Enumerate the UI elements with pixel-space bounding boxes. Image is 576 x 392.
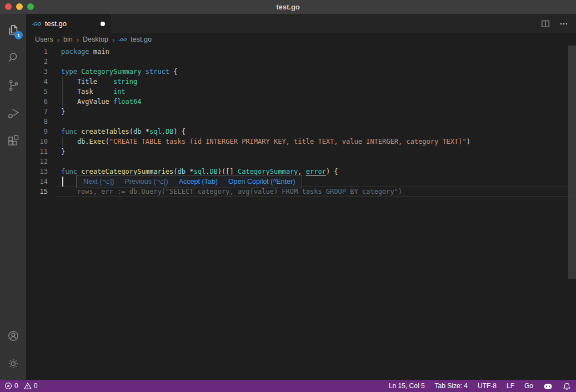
- zoom-window-button[interactable]: [27, 3, 34, 10]
- breadcrumb-item-users[interactable]: Users: [35, 36, 53, 43]
- code-line[interactable]: 14Next (⌥])Previous (⌥[)Accept (Tab)Open…: [26, 177, 576, 187]
- more-actions-button[interactable]: [559, 19, 568, 28]
- breadcrumb-item-bin[interactable]: bin: [63, 36, 73, 43]
- modified-dot-icon[interactable]: [101, 22, 105, 26]
- warning-count: 0: [34, 382, 38, 390]
- settings-button[interactable]: [0, 350, 26, 378]
- suggestion-action-previous[interactable]: Previous (⌥[): [124, 177, 168, 187]
- sidebar-item-explorer[interactable]: 1: [0, 16, 26, 44]
- language-mode[interactable]: Go: [519, 380, 538, 392]
- indent-guide: [62, 137, 63, 147]
- ghost-text-suggestion: rows, err := db.Query("SELECT category, …: [61, 188, 402, 195]
- code-line[interactable]: 3type CategorySummary struct {: [26, 67, 576, 77]
- code-line[interactable]: 10 db.Exec("CREATE TABLE tasks (id INTER…: [26, 137, 576, 147]
- explorer-badge: 1: [14, 31, 23, 39]
- code-text: db.Exec("CREATE TABLE tasks (id INTERGER…: [61, 138, 470, 145]
- tab-label: test.go: [45, 19, 67, 28]
- line-number: 1: [26, 47, 61, 57]
- status-bar: 0 0 Ln 15, Col 5 Tab Size: 4 UTF-8 LF Go: [0, 380, 576, 392]
- run-debug-icon: [6, 106, 21, 120]
- tab-bar: -GO test.go: [26, 14, 576, 33]
- code-text: type CategorySummary struct {: [61, 68, 178, 76]
- code-line[interactable]: 4 Title string: [26, 77, 576, 87]
- line-number: 7: [26, 107, 61, 117]
- code-text: func createTables(db *sql.DB) {: [61, 128, 186, 135]
- code-line[interactable]: 9func createTables(db *sql.DB) {: [26, 127, 576, 137]
- code-text: Task int: [61, 88, 126, 96]
- traffic-lights: [5, 3, 34, 10]
- encoding-indicator[interactable]: UTF-8: [473, 380, 502, 392]
- tab-size-indicator[interactable]: Tab Size: 4: [430, 380, 473, 392]
- line-number: 2: [26, 57, 61, 67]
- search-icon: [6, 51, 21, 65]
- code-line[interactable]: 6 AvgValue float64: [26, 97, 576, 107]
- code-line[interactable]: 5 Task int: [26, 87, 576, 97]
- chevron-right-icon: ›: [77, 36, 79, 44]
- close-window-button[interactable]: [5, 3, 12, 10]
- code-line[interactable]: 2: [26, 57, 576, 67]
- line-number: 4: [26, 77, 61, 87]
- vscode-window: test.go 1: [0, 0, 576, 392]
- gear-icon: [6, 356, 21, 371]
- code-text: rows, err := db.Query("SELECT category, …: [61, 188, 402, 195]
- split-editor-button[interactable]: [540, 19, 550, 29]
- suggestion-action-accept[interactable]: Accept (Tab): [179, 177, 218, 187]
- minimize-window-button[interactable]: [16, 3, 23, 10]
- bell-icon: [563, 382, 571, 390]
- inline-suggestion-toolbar: Next (⌥])Previous (⌥[)Accept (Tab)Open C…: [76, 175, 302, 188]
- indent-guide: [62, 77, 63, 87]
- code-text: }: [61, 108, 65, 115]
- code-lines: 1package main23type CategorySummary stru…: [26, 47, 576, 197]
- accounts-button[interactable]: [0, 322, 26, 350]
- go-file-icon: -GO: [32, 21, 41, 27]
- sidebar-item-source-control[interactable]: [0, 72, 26, 99]
- line-number: 12: [26, 157, 61, 167]
- sidebar-item-search[interactable]: [0, 44, 26, 72]
- line-number: 5: [26, 87, 61, 97]
- extensions-icon: [6, 134, 21, 148]
- code-text: func createCategorySummaries(db *sql.DB)…: [61, 168, 338, 175]
- window-title: test.go: [276, 3, 300, 11]
- eol-indicator[interactable]: LF: [502, 380, 519, 392]
- cursor-position[interactable]: Ln 15, Col 5: [384, 380, 430, 392]
- sidebar-item-extensions[interactable]: [0, 127, 26, 155]
- indent-guide: [62, 87, 63, 97]
- titlebar: test.go: [0, 0, 576, 14]
- line-number: 8: [26, 117, 61, 127]
- text-cursor: [62, 177, 63, 187]
- activity-bar: 1: [0, 14, 26, 380]
- breadcrumb-item-desktop[interactable]: Desktop: [83, 36, 108, 43]
- line-number: 6: [26, 97, 61, 107]
- code-text: AvgValue float64: [61, 98, 142, 105]
- source-control-icon: [6, 78, 21, 93]
- line-number: 3: [26, 67, 61, 77]
- vertical-scrollbar[interactable]: [568, 46, 576, 279]
- code-line[interactable]: 8: [26, 117, 576, 127]
- code-line[interactable]: 1package main: [26, 47, 576, 57]
- notifications-button[interactable]: [558, 380, 576, 392]
- line-number: 14: [26, 177, 61, 187]
- tab-testgo[interactable]: -GO test.go: [26, 14, 111, 33]
- editor[interactable]: 1package main23type CategorySummary stru…: [26, 46, 576, 380]
- suggestion-action-open-copilot[interactable]: Open Copilot (^Enter): [228, 177, 295, 187]
- code-line[interactable]: 12: [26, 157, 576, 167]
- code-line[interactable]: 7}: [26, 107, 576, 117]
- line-number: 10: [26, 137, 61, 147]
- breadcrumb-item-file[interactable]: test.go: [131, 36, 152, 43]
- error-icon: [4, 382, 12, 390]
- problems-button[interactable]: 0 0: [0, 380, 42, 392]
- line-number: 15: [26, 187, 61, 197]
- chevron-right-icon: ›: [57, 36, 59, 44]
- code-text: Title string: [61, 78, 137, 86]
- code-line[interactable]: 11}: [26, 147, 576, 157]
- sidebar-item-run-debug[interactable]: [0, 99, 26, 127]
- line-number: 9: [26, 127, 61, 137]
- account-icon: [6, 329, 21, 343]
- suggestion-action-next[interactable]: Next (⌥]): [83, 177, 114, 187]
- code-text: package main: [61, 48, 109, 56]
- line-number: 13: [26, 167, 61, 177]
- copilot-status-button[interactable]: [538, 380, 558, 392]
- indent-guide: [62, 97, 63, 107]
- go-file-icon: -GO: [118, 37, 127, 42]
- code-text: }: [61, 148, 65, 155]
